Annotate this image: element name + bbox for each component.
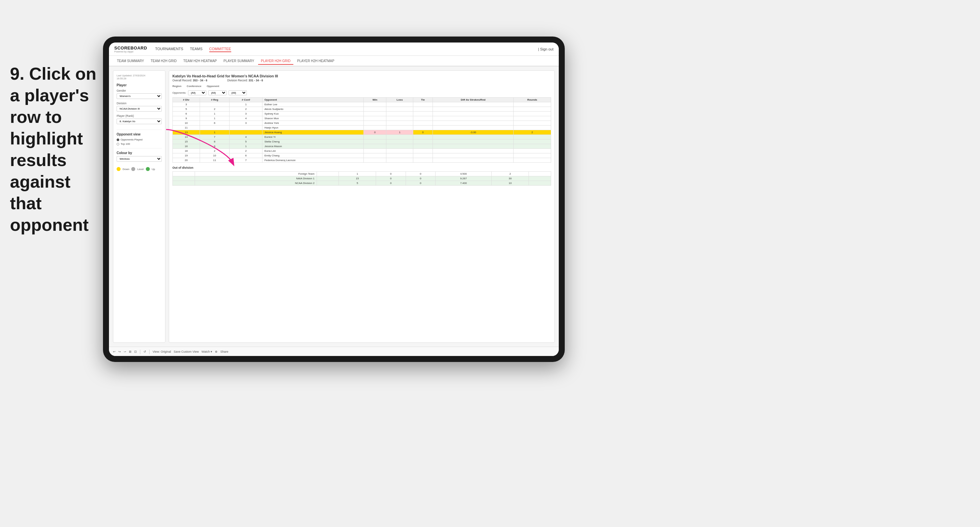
toolbar-add[interactable]: ⊕ [215,350,218,353]
navbar: SCOREBOARD Powered by clippd TOURNAMENTS… [109,43,559,56]
gender-select[interactable]: Women's [117,93,162,99]
out-of-division-label: Out of division [172,166,551,169]
main-content: Last Updated: 27/03/2024 16:55:28 Player… [109,67,559,347]
table-row[interactable]: 1691Jessica Mason [173,144,551,149]
table-row[interactable]: 613Sydney Kuo [173,111,551,116]
gender-label: Gender [117,89,162,92]
tab-player-summary[interactable]: PLAYER SUMMARY [221,58,257,64]
toolbar-sep1: | [140,349,141,354]
player-rank-select[interactable]: 8. Katelyn Vo [117,119,162,124]
filter-row: Region Conference Opponent [172,85,551,88]
table-row[interactable]: 31Esther Lee [173,102,551,107]
col-win: Win [363,98,387,102]
radio-opponents-played[interactable]: Opponents Played [117,138,162,141]
table-row[interactable]: 11Haejo Hyun [173,125,551,130]
legend-dot-level [131,167,135,171]
bottom-toolbar: ↩ ↪ ⤻ ⊞ ⊡ | ↺ | View: Original Save Cust… [109,347,559,356]
radio-dot-top100 [117,143,119,146]
filter-opponent: Opponent [207,85,219,88]
col-conf: # Conf [229,98,262,102]
ood-table: Foreign Team1004.5002NAIA Division 11500… [172,171,551,186]
division-record: Division Record: 331 - 34 - 6 [227,79,263,82]
col-opponent: Opponent [262,98,363,102]
ood-row[interactable]: NAIA Division 115009.26730 [173,176,551,181]
opponent-view-title: Opponent view [117,132,162,136]
toolbar-save-custom[interactable]: Save Custom View [174,350,199,353]
overall-record-val: 353 - 34 - 6 [192,79,207,82]
tab-team-h2h-heatmap[interactable]: TEAM H2H HEATMAP [181,58,220,64]
annotation-text: 9. Click on a player's row to highlight … [10,63,100,236]
toolbar-rotate[interactable]: ↺ [143,350,146,353]
col-diff: Diff Av Strokes/Rnd [433,98,514,102]
toolbar-undo[interactable]: ↩ [113,350,116,353]
tablet-screen: SCOREBOARD Powered by clippd TOURNAMENTS… [109,43,559,356]
logo-area: SCOREBOARD Powered by clippd [114,46,147,53]
table-row[interactable]: 20117Federica Domecq Lacroze [173,158,551,163]
toolbar-view-original[interactable]: View: Original [153,350,171,353]
tab-team-summary[interactable]: TEAM SUMMARY [114,58,147,64]
toolbar-share[interactable]: Share [220,350,228,353]
filter-region-select[interactable]: (All) [188,90,206,95]
division-record-val: 331 - 34 - 6 [248,79,263,82]
right-panel: Katelyn Vo Head-to-Head Grid for Women's… [169,70,555,343]
player-rank-label: Player (Rank) [117,114,162,117]
nav-links: TOURNAMENTS TEAMS COMMITTEE [155,46,538,52]
legend-dot-down [117,167,121,171]
col-div: # Div [173,98,200,102]
col-loss: Loss [387,98,413,102]
tab-team-h2h-grid[interactable]: TEAM H2H GRID [148,58,180,64]
grid-title: Katelyn Vo Head-to-Head Grid for Women's… [172,74,551,78]
table-row[interactable]: 1474Eunice Yi [173,135,551,140]
data-table: # Div # Reg # Conf Opponent Win Loss Tie… [172,97,551,163]
filter-opponent-select[interactable]: (All) [229,90,247,95]
ood-row[interactable]: NCAA Division 25007.40010 [173,181,551,186]
tabbar: TEAM SUMMARY TEAM H2H GRID TEAM H2H HEAT… [109,56,559,67]
table-row[interactable]: 131Jessica Huang010-3.002 [173,130,551,135]
filter-region: Region [172,85,181,88]
logo-text: SCOREBOARD [114,46,147,51]
tablet-shell: SCOREBOARD Powered by clippd TOURNAMENTS… [103,37,565,362]
division-label: Division [117,102,162,105]
col-reg: # Reg [200,98,229,102]
table-row[interactable]: 914Sharon Mun [173,116,551,121]
toolbar-redo[interactable]: ↪ [118,350,121,353]
nav-committee[interactable]: COMMITTEE [209,46,231,52]
legend-row: Down Level Up [117,167,162,171]
ood-row[interactable]: Foreign Team1004.5002 [173,172,551,176]
col-rounds: Rounds [514,98,551,102]
tab-player-h2h-heatmap[interactable]: PLAYER H2H HEATMAP [295,58,337,64]
table-row[interactable]: 19106Emily Chang [173,153,551,158]
colour-by-title: Colour by [117,151,162,155]
toolbar-sep2: | [149,349,150,354]
table-row[interactable]: 522Alexis Sudjianto [173,107,551,111]
nav-signout[interactable]: | Sign out [538,47,554,51]
colour-by-select[interactable]: Win/loss [117,156,162,162]
col-tie: Tie [413,98,433,102]
logo-sub: Powered by clippd [114,51,147,53]
legend-dot-up [146,167,150,171]
left-panel: Last Updated: 27/03/2024 16:55:28 Player… [113,70,165,343]
nav-teams[interactable]: TEAMS [190,46,203,52]
toolbar-watch[interactable]: Watch ▾ [202,350,213,353]
table-row[interactable]: 1063Andrea York [173,121,551,125]
nav-tournaments[interactable]: TOURNAMENTS [155,46,183,52]
annotation-area: 9. Click on a player's row to highlight … [10,63,100,236]
table-row[interactable]: 1585Stella Cheng [173,140,551,144]
overall-record: Overall Record: 353 - 34 - 6 [172,79,207,82]
table-row[interactable]: 1822Euna Lee [173,149,551,153]
toolbar-grid1[interactable]: ⊞ [129,350,132,353]
grid-records: Overall Record: 353 - 34 - 6 Division Re… [172,79,551,82]
filter-selects-row: Opponents: (All) (All) (All) [172,90,551,95]
toolbar-refresh[interactable]: ⤻ [124,350,126,353]
tab-player-h2h-grid[interactable]: PLAYER H2H GRID [258,58,293,65]
division-select[interactable]: NCAA Division III [117,106,162,111]
timestamp: Last Updated: 27/03/2024 16:55:28 [117,74,162,80]
toolbar-grid2[interactable]: ⊡ [134,350,137,353]
player-section-title: Player [117,83,162,87]
filter-conference: Conference [187,85,201,88]
radio-dot-opponents [117,138,119,141]
radio-top100[interactable]: Top 100 [117,143,162,146]
filter-conference-select[interactable]: (All) [208,90,227,95]
